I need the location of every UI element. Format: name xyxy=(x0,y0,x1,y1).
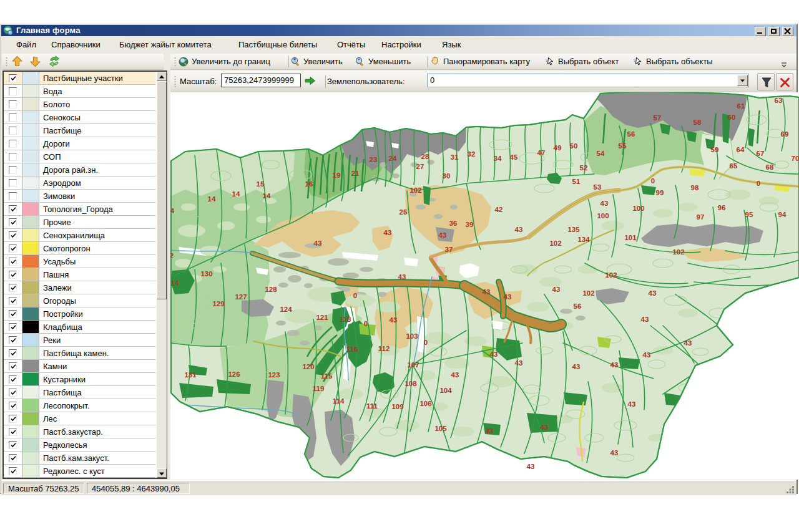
svg-text:19: 19 xyxy=(333,172,341,179)
svg-text:16: 16 xyxy=(305,180,313,188)
svg-text:99: 99 xyxy=(656,189,664,196)
svg-text:58: 58 xyxy=(694,118,702,126)
svg-text:34: 34 xyxy=(494,155,502,162)
svg-text:0: 0 xyxy=(651,177,655,185)
svg-text:24: 24 xyxy=(389,155,397,162)
svg-text:43: 43 xyxy=(600,200,609,207)
svg-text:39: 39 xyxy=(466,221,474,228)
svg-text:54: 54 xyxy=(597,150,605,157)
svg-text:43: 43 xyxy=(504,293,512,301)
svg-text:118: 118 xyxy=(340,316,351,323)
svg-text:43: 43 xyxy=(684,339,692,347)
svg-text:106: 106 xyxy=(419,400,431,407)
svg-text:115: 115 xyxy=(321,372,333,380)
svg-text:97: 97 xyxy=(697,213,705,221)
svg-text:21: 21 xyxy=(351,170,360,177)
svg-text:120: 120 xyxy=(302,363,314,370)
svg-text:32: 32 xyxy=(468,150,476,158)
svg-text:104: 104 xyxy=(439,387,452,394)
svg-text:37: 37 xyxy=(445,246,453,253)
svg-text:0: 0 xyxy=(757,180,760,187)
svg-text:43: 43 xyxy=(486,427,494,435)
svg-text:64: 64 xyxy=(737,146,745,153)
svg-text:36: 36 xyxy=(449,220,458,227)
svg-text:53: 53 xyxy=(594,183,602,191)
svg-text:108: 108 xyxy=(404,380,417,387)
svg-text:67: 67 xyxy=(757,150,765,157)
svg-text:23: 23 xyxy=(370,156,378,163)
svg-text:116: 116 xyxy=(346,346,358,353)
svg-text:43: 43 xyxy=(610,449,619,457)
svg-text:131: 131 xyxy=(184,371,197,379)
svg-text:114: 114 xyxy=(333,397,345,405)
svg-text:43: 43 xyxy=(643,351,651,359)
svg-text:101: 101 xyxy=(624,234,637,241)
svg-text:134: 134 xyxy=(577,236,590,243)
svg-text:98: 98 xyxy=(691,184,699,191)
svg-text:15: 15 xyxy=(257,180,265,188)
svg-text:126: 126 xyxy=(228,370,240,378)
svg-text:107: 107 xyxy=(407,361,419,369)
svg-text:50: 50 xyxy=(570,142,578,150)
svg-text:70: 70 xyxy=(792,155,799,162)
svg-text:14: 14 xyxy=(263,192,271,200)
svg-text:56: 56 xyxy=(574,302,582,310)
svg-text:59: 59 xyxy=(711,146,719,153)
svg-text:43: 43 xyxy=(541,423,549,431)
svg-text:65: 65 xyxy=(730,162,738,170)
svg-text:102: 102 xyxy=(582,289,594,297)
svg-text:68: 68 xyxy=(766,163,774,171)
svg-text:102: 102 xyxy=(409,186,421,194)
svg-text:45: 45 xyxy=(510,153,518,161)
svg-text:43: 43 xyxy=(628,400,636,408)
svg-text:14: 14 xyxy=(171,279,179,287)
svg-text:121: 121 xyxy=(316,314,328,321)
svg-text:14: 14 xyxy=(208,195,216,203)
svg-text:43: 43 xyxy=(572,363,581,370)
svg-text:43: 43 xyxy=(451,371,459,379)
svg-text:135: 135 xyxy=(567,226,580,233)
svg-text:43: 43 xyxy=(398,273,406,281)
svg-text:42: 42 xyxy=(495,206,503,213)
svg-text:94: 94 xyxy=(778,211,787,218)
svg-text:0: 0 xyxy=(364,320,368,327)
svg-text:2: 2 xyxy=(170,252,174,259)
svg-text:130: 130 xyxy=(200,270,212,278)
svg-text:43: 43 xyxy=(515,359,523,367)
svg-text:128: 128 xyxy=(265,286,277,293)
svg-text:14: 14 xyxy=(232,190,240,198)
svg-text:103: 103 xyxy=(406,332,418,340)
svg-text:0: 0 xyxy=(353,292,357,299)
svg-text:43: 43 xyxy=(527,463,535,470)
svg-text:43: 43 xyxy=(314,239,322,247)
svg-text:105: 105 xyxy=(434,425,447,432)
svg-text:30: 30 xyxy=(443,172,451,180)
svg-text:123: 123 xyxy=(268,371,280,379)
svg-text:43: 43 xyxy=(483,288,491,296)
svg-text:96: 96 xyxy=(718,204,726,211)
svg-text:43: 43 xyxy=(390,316,398,324)
svg-text:43: 43 xyxy=(649,289,657,297)
svg-text:102: 102 xyxy=(672,248,684,256)
svg-text:52: 52 xyxy=(580,164,588,172)
svg-text:95: 95 xyxy=(745,211,753,218)
svg-text:129: 129 xyxy=(212,300,224,307)
svg-text:57: 57 xyxy=(654,114,662,122)
svg-text:124: 124 xyxy=(280,306,292,313)
svg-text:51: 51 xyxy=(572,178,581,185)
svg-text:31: 31 xyxy=(451,153,459,161)
svg-text:0: 0 xyxy=(424,339,428,346)
svg-text:56: 56 xyxy=(627,130,635,138)
svg-text:69: 69 xyxy=(781,130,789,138)
svg-text:43: 43 xyxy=(515,226,523,233)
svg-text:27: 27 xyxy=(416,163,424,170)
svg-text:55: 55 xyxy=(619,142,627,150)
svg-text:63: 63 xyxy=(775,97,783,104)
svg-text:127: 127 xyxy=(235,293,247,301)
svg-text:4: 4 xyxy=(170,207,175,215)
svg-text:28: 28 xyxy=(421,153,429,160)
svg-text:60: 60 xyxy=(728,114,736,121)
svg-text:61: 61 xyxy=(737,102,745,110)
svg-text:25: 25 xyxy=(400,208,408,216)
svg-text:111: 111 xyxy=(366,402,378,410)
